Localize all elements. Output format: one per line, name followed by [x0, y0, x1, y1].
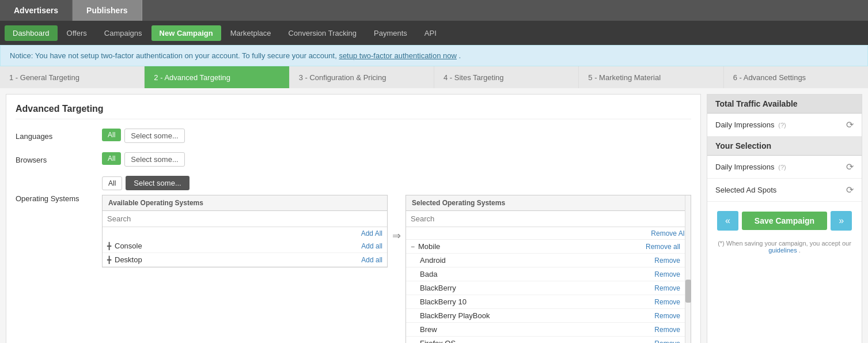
- action-buttons: « Save Campaign »: [707, 202, 862, 240]
- nav-tab-api[interactable]: API: [416, 25, 445, 41]
- section-title: Advanced Targeting: [16, 104, 691, 119]
- scrollbar-thumb: [685, 280, 691, 303]
- blackberry-playbook-remove-link[interactable]: Remove: [654, 312, 680, 320]
- brew-remove-link[interactable]: Remove: [654, 326, 680, 334]
- firefox-os-remove-link[interactable]: Remove: [654, 340, 680, 344]
- languages-row: Languages All Select some...: [16, 129, 691, 143]
- right-panel: Total Traffic Available Daily Impression…: [707, 94, 862, 343]
- step-1[interactable]: 1 - General Targeting: [0, 66, 145, 88]
- os-all-button[interactable]: All: [102, 176, 122, 190]
- os-available-list: ╋ Console Add all ╋ Desktop Add all: [103, 239, 387, 267]
- main-content: Advanced Targeting Languages All Select …: [0, 88, 868, 343]
- os-subitem-blackberry10: BlackBerry 10 Remove: [406, 295, 685, 309]
- nav-tab-campaigns[interactable]: Campaigns: [96, 25, 150, 41]
- guidelines-link[interactable]: guidelines: [768, 247, 797, 254]
- scrollbar-track[interactable]: [685, 195, 691, 343]
- os-selected-list: − Mobile Remove all Android Remove Bada …: [406, 239, 691, 343]
- os-remove-all-link[interactable]: Remove All: [651, 229, 686, 238]
- total-daily-impressions-row: Daily Impressions (?) ⟳: [707, 114, 862, 137]
- selection-daily-impressions-help-icon[interactable]: (?): [778, 164, 786, 171]
- tab-publishers[interactable]: Publishers: [73, 0, 142, 21]
- nav-tab-new-campaign[interactable]: New Campaign: [151, 25, 221, 41]
- step-2[interactable]: 2 - Advanced Targeting: [145, 66, 289, 88]
- publishers-label: Publishers: [86, 6, 128, 15]
- os-selected-search[interactable]: [406, 211, 691, 227]
- step-6[interactable]: 6 - Advanced Settings: [724, 66, 868, 88]
- browsers-all-button[interactable]: All: [102, 152, 121, 165]
- blackberry-name: BlackBerry: [420, 284, 654, 292]
- android-name: Android: [420, 256, 654, 265]
- os-subitem-blackberry: BlackBerry Remove: [406, 281, 685, 295]
- selected-ad-spots-spinner: ⟳: [846, 184, 854, 195]
- transfer-arrow: ⇒: [388, 195, 405, 242]
- selection-daily-impressions-spinner: ⟳: [846, 161, 854, 172]
- notice-bar: Notice: You have not setup two-factor au…: [0, 45, 868, 66]
- save-campaign-button[interactable]: Save Campaign: [742, 212, 827, 230]
- prev-button[interactable]: «: [717, 211, 738, 231]
- blackberry-remove-link[interactable]: Remove: [654, 284, 680, 292]
- total-daily-impressions-label: Daily Impressions (?): [715, 120, 786, 129]
- steps-bar: 1 - General Targeting 2 - Advanced Targe…: [0, 66, 868, 88]
- notice-text: Notice: You have not setup two-factor au…: [10, 51, 339, 60]
- notice-suffix: .: [459, 51, 461, 60]
- firefox-os-name: Firefox OS: [420, 339, 654, 343]
- mobile-collapse-icon[interactable]: −: [411, 243, 415, 251]
- console-expand-icon[interactable]: ╋: [107, 242, 111, 250]
- tab-advertisers[interactable]: Advertisers: [0, 0, 73, 21]
- android-remove-link[interactable]: Remove: [654, 257, 680, 265]
- selection-daily-impressions-row: Daily Impressions (?) ⟳: [707, 156, 862, 179]
- browsers-select-button[interactable]: Select some...: [124, 152, 184, 167]
- browsers-label: Browsers: [16, 152, 102, 164]
- desktop-add-link[interactable]: Add all: [361, 256, 382, 264]
- step-4[interactable]: 4 - Sites Targeting: [434, 66, 579, 88]
- bada-remove-link[interactable]: Remove: [654, 270, 680, 278]
- os-item-console: ╋ Console Add all: [103, 239, 387, 253]
- os-columns-container: Available Operating Systems Add All ╋ Co…: [102, 195, 691, 343]
- os-item-desktop: ╋ Desktop Add all: [103, 253, 387, 267]
- nav-tabs-bar: Dashboard Offers Campaigns New Campaign …: [0, 21, 868, 45]
- os-label: Operating Systems: [16, 176, 102, 203]
- mobile-remove-all-link[interactable]: Remove all: [646, 243, 680, 251]
- os-available-search[interactable]: [103, 211, 387, 227]
- nav-tab-dashboard[interactable]: Dashboard: [5, 25, 58, 41]
- daily-impressions-help-icon[interactable]: (?): [778, 122, 786, 129]
- os-add-all-row: Add All: [103, 227, 387, 239]
- total-daily-impressions-spinner: ⟳: [846, 119, 854, 130]
- step-5[interactable]: 5 - Marketing Material: [579, 66, 723, 88]
- selection-daily-impressions-label: Daily Impressions (?): [715, 163, 786, 171]
- os-subitem-blackberry-playbook: BlackBerry PlayBook Remove: [406, 309, 685, 323]
- desktop-expand-icon[interactable]: ╋: [107, 256, 111, 264]
- blackberry-playbook-name: BlackBerry PlayBook: [420, 311, 654, 320]
- notice-link[interactable]: setup two-factor authentication now: [339, 51, 457, 60]
- os-selected-col: Selected Operating Systems Remove All − …: [405, 195, 691, 343]
- os-subitem-android: Android Remove: [406, 254, 685, 267]
- os-row: Operating Systems All Select some... Ava…: [16, 176, 691, 343]
- next-button[interactable]: »: [831, 211, 852, 231]
- os-selected-header: Selected Operating Systems: [406, 195, 691, 211]
- mobile-group-name: Mobile: [418, 242, 646, 251]
- browsers-row: Browsers All Select some...: [16, 152, 691, 167]
- languages-all-button[interactable]: All: [102, 129, 121, 141]
- os-remove-all-row: Remove All: [406, 227, 691, 239]
- step-3[interactable]: 3 - Configuration & Pricing: [290, 66, 434, 88]
- guidelines-note: (*) When saving your campaign, you accep…: [707, 240, 862, 261]
- blackberry10-remove-link[interactable]: Remove: [654, 298, 680, 306]
- selected-ad-spots-label: Selected Ad Spots: [715, 186, 776, 194]
- your-selection-header: Your Selection: [707, 137, 862, 156]
- advertisers-label: Advertisers: [14, 6, 58, 15]
- os-select-button[interactable]: Select some...: [126, 176, 189, 190]
- nav-tab-conversion-tracking[interactable]: Conversion Tracking: [281, 25, 365, 41]
- languages-select-button[interactable]: Select some...: [124, 129, 184, 143]
- bada-name: Bada: [420, 270, 654, 278]
- console-name: Console: [115, 242, 361, 250]
- nav-tab-offers[interactable]: Offers: [59, 25, 95, 41]
- nav-tab-marketplace[interactable]: Marketplace: [222, 25, 279, 41]
- brew-name: Brew: [420, 325, 654, 334]
- nav-tab-payments[interactable]: Payments: [366, 25, 415, 41]
- console-add-link[interactable]: Add all: [361, 242, 382, 250]
- os-available-col: Available Operating Systems Add All ╋ Co…: [102, 195, 388, 267]
- arrow-icon: ⇒: [392, 229, 401, 242]
- os-subitem-bada: Bada Remove: [406, 267, 685, 281]
- os-add-all-link[interactable]: Add All: [361, 229, 382, 238]
- selected-ad-spots-row: Selected Ad Spots ⟳: [707, 179, 862, 202]
